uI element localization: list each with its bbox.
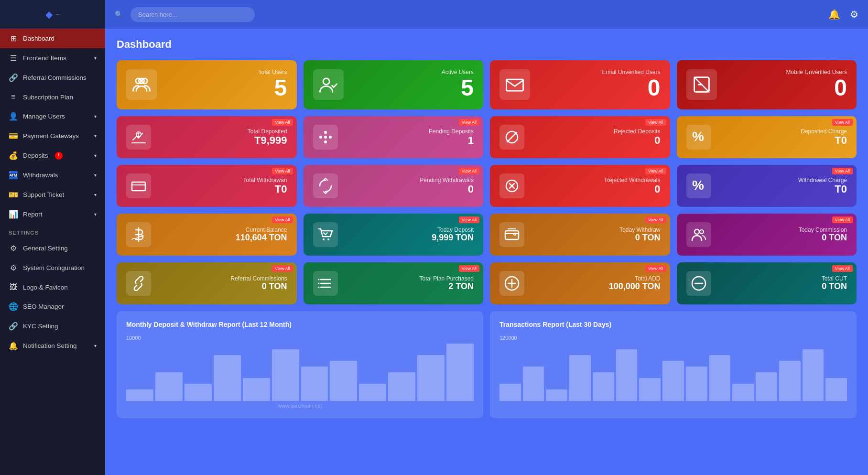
stat-card-total-cut[interactable]: View All Total CUT 0 TON bbox=[677, 262, 857, 304]
search-icon: 🔍 bbox=[115, 11, 123, 18]
sidebar-item-payment-gateways[interactable]: 💳 Payment Gateways ▾ bbox=[0, 126, 105, 146]
view-all-badge[interactable]: View All bbox=[645, 265, 666, 272]
sidebar-item-notification[interactable]: 🔔 Notification Setting ▾ bbox=[0, 336, 105, 356]
bar bbox=[417, 355, 445, 401]
bar bbox=[499, 384, 521, 401]
chevron-down-icon: ▾ bbox=[94, 173, 97, 178]
stat-value: 1 bbox=[345, 135, 474, 146]
sidebar-item-manage-users[interactable]: 👤 Manage Users ▾ bbox=[0, 107, 105, 126]
message-slash-icon bbox=[686, 69, 717, 100]
bar bbox=[662, 361, 684, 401]
stat-card-total-withdrawn[interactable]: View All Total Withdrawan T0 bbox=[117, 165, 297, 207]
sidebar-item-logo-favicon[interactable]: 🖼 Logo & Favicon bbox=[0, 278, 105, 297]
view-all-badge[interactable]: View All bbox=[832, 168, 853, 174]
sidebar-item-deposits[interactable]: 💰 Deposits ! ▾ bbox=[0, 146, 105, 165]
stat-card-total-deposited[interactable]: View All Total Deposited T9,999 bbox=[117, 116, 297, 158]
stat-content: Total Deposited T9,999 bbox=[158, 128, 287, 146]
sidebar-item-seo[interactable]: 🌐 SEO Manager bbox=[0, 297, 105, 316]
settings-icon[interactable]: ⚙ bbox=[850, 9, 858, 20]
sidebar: ◆ ··· ⊞ Dashboard ☰ Frontend Items ▾ 🔗 R… bbox=[0, 0, 105, 475]
stat-card-total-plan[interactable]: View All Total Plan Purchased 2 TON bbox=[304, 262, 484, 304]
stat-card-referral-commissions[interactable]: View All Referral Commissions 0 TON bbox=[117, 262, 297, 304]
view-all-badge[interactable]: View All bbox=[459, 216, 479, 223]
bar bbox=[779, 361, 801, 401]
stat-card-deposited-charge[interactable]: View All % Deposited Charge T0 bbox=[677, 116, 857, 158]
notification-bell-icon[interactable]: 🔔 bbox=[828, 9, 840, 20]
link-icon bbox=[126, 271, 151, 296]
sidebar-item-label: Subscription Plan bbox=[23, 94, 73, 101]
bar bbox=[756, 372, 777, 401]
stat-card-active-users[interactable]: Active Users 5 bbox=[304, 60, 484, 109]
stat-card-pending-withdrawals[interactable]: View All Pending Withdrawals 0 bbox=[304, 165, 484, 207]
sidebar-item-referral[interactable]: 🔗 Referral Commissions bbox=[0, 68, 105, 87]
sidebar-item-system-config[interactable]: ⚙ System Configuration bbox=[0, 258, 105, 278]
sidebar-item-dashboard[interactable]: ⊞ Dashboard bbox=[0, 29, 105, 48]
view-all-badge[interactable]: View All bbox=[645, 216, 666, 223]
view-all-badge[interactable]: View All bbox=[459, 265, 479, 272]
refresh-icon bbox=[313, 173, 338, 198]
view-all-badge[interactable]: View All bbox=[459, 168, 479, 174]
stat-content: Mobile Unverified Users 0 bbox=[724, 69, 847, 101]
stat-card-today-withdraw[interactable]: View All Today Withdraw 0 TON bbox=[490, 214, 670, 256]
sidebar-item-frontend-items[interactable]: ☰ Frontend Items ▾ bbox=[0, 48, 105, 68]
view-all-badge[interactable]: View All bbox=[832, 265, 853, 272]
stat-card-today-commission[interactable]: View All Today Commission 0 TON bbox=[677, 214, 857, 256]
stat-value: 2 TON bbox=[345, 282, 474, 291]
sidebar-item-label: Logo & Favicon bbox=[23, 284, 68, 291]
bar bbox=[359, 384, 386, 401]
sidebar-item-general-setting[interactable]: ⚙ General Setting bbox=[0, 238, 105, 258]
view-all-badge[interactable]: View All bbox=[272, 119, 293, 126]
stat-label: Email Unverified Users bbox=[537, 69, 661, 76]
svg-text:%: % bbox=[692, 129, 704, 144]
view-all-badge[interactable]: View All bbox=[272, 168, 293, 174]
stat-card-rejected-withdrawals[interactable]: View All Rejected Withdrawals 0 bbox=[490, 165, 670, 207]
stat-card-email-unverified[interactable]: Email Unverified Users 0 bbox=[490, 60, 670, 109]
sidebar-item-label: Withdrawals bbox=[23, 172, 58, 179]
stat-card-today-deposit[interactable]: View All Today Deposit 9,999 TON bbox=[304, 214, 484, 256]
stat-card-total-add[interactable]: View All Total ADD 100,000 TON bbox=[490, 262, 670, 304]
page-title: Dashboard bbox=[117, 38, 857, 51]
view-all-badge[interactable]: View All bbox=[459, 119, 479, 126]
stat-content: Deposited Charge T0 bbox=[718, 128, 847, 146]
svg-text:%: % bbox=[692, 178, 704, 193]
stat-card-total-users[interactable]: Total Users 5 bbox=[117, 60, 297, 109]
stat-card-withdrawal-charge[interactable]: View All % Withdrawal Charge T0 bbox=[677, 165, 857, 207]
stat-label: Pending Deposits bbox=[345, 128, 474, 135]
stat-content: Total Withdrawan T0 bbox=[158, 177, 287, 195]
sidebar-item-kyc[interactable]: 🔗 KYC Setting bbox=[0, 316, 105, 336]
transactions-chart-title: Transactions Report (Last 30 Days) bbox=[499, 321, 847, 328]
hand-dollar-icon bbox=[126, 125, 151, 150]
view-all-badge[interactable]: View All bbox=[272, 216, 293, 223]
stat-card-pending-deposits[interactable]: View All Pending Deposits 1 bbox=[304, 116, 484, 158]
stat-value: T0 bbox=[158, 184, 287, 195]
view-all-badge[interactable]: View All bbox=[645, 119, 666, 126]
sidebar-item-subscription[interactable]: ≡ Subscription Plan bbox=[0, 87, 105, 107]
svg-point-18 bbox=[327, 238, 329, 240]
view-all-badge[interactable]: View All bbox=[645, 168, 666, 174]
cart-icon bbox=[313, 222, 338, 247]
view-all-badge[interactable]: View All bbox=[272, 265, 293, 272]
report-icon: 📊 bbox=[9, 210, 18, 219]
watermark: www.tiaozhuan.net bbox=[126, 403, 474, 409]
deposits-badge: ! bbox=[55, 152, 63, 160]
stats-row-4: View All Current Balance 110,604 TON Vie… bbox=[117, 214, 857, 256]
stat-card-rejected-deposits[interactable]: View All Rejected Deposits 0 bbox=[490, 116, 670, 158]
bar bbox=[330, 361, 357, 401]
sidebar-item-report[interactable]: 📊 Report ▾ bbox=[0, 205, 105, 224]
search-input[interactable] bbox=[130, 7, 255, 22]
sidebar-item-label: System Configuration bbox=[23, 264, 85, 271]
view-all-badge[interactable]: View All bbox=[832, 216, 853, 223]
bar bbox=[709, 355, 731, 401]
svg-point-7 bbox=[319, 136, 322, 139]
stat-label: Total CUT bbox=[718, 275, 847, 282]
stat-value: 0 bbox=[345, 184, 474, 195]
sidebar-item-label: Report bbox=[23, 211, 43, 218]
chevron-down-icon: ▾ bbox=[94, 153, 97, 158]
stat-card-current-balance[interactable]: View All Current Balance 110,604 TON bbox=[117, 214, 297, 256]
view-all-badge[interactable]: View All bbox=[832, 119, 853, 126]
sidebar-item-label: General Setting bbox=[23, 245, 68, 252]
sidebar-item-support[interactable]: 🎫 Support Ticket ▾ bbox=[0, 185, 105, 205]
stat-content: Rejected Deposits 0 bbox=[531, 128, 661, 146]
sidebar-item-withdrawals[interactable]: 🏧 Withdrawals ▾ bbox=[0, 165, 105, 185]
stat-card-mobile-unverified[interactable]: Mobile Unverified Users 0 bbox=[677, 60, 857, 109]
